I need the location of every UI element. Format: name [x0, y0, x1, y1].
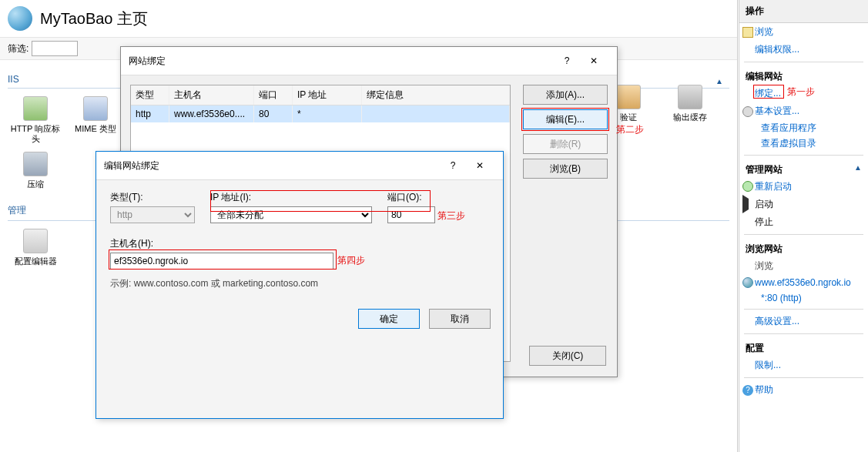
action-basic-settings[interactable]: 基本设置... — [739, 102, 868, 120]
globe-icon — [742, 277, 753, 288]
action-help[interactable]: ? 帮助 — [739, 381, 868, 399]
browse-binding-text[interactable]: *:80 (http) — [739, 290, 868, 306]
col-info[interactable]: 绑定信息 — [362, 85, 510, 105]
output-cache-icon — [678, 85, 702, 109]
action-browse[interactable]: 浏览 — [739, 23, 868, 41]
annotation-step2: 第二步 — [616, 123, 644, 136]
table-row[interactable]: http www.ef3536e0.... 80 * — [131, 105, 510, 122]
filter-label: 筛选: — [8, 42, 28, 55]
label-type: 类型(T): — [110, 191, 195, 204]
port-input[interactable] — [387, 206, 435, 223]
stop-icon — [742, 216, 753, 227]
http-headers-icon — [23, 96, 48, 121]
label-port: 端口(O): — [387, 191, 435, 204]
remove-button: 删除(R) — [523, 134, 608, 154]
help-button[interactable]: ? — [555, 55, 578, 66]
help-icon: ? — [742, 385, 753, 396]
col-host[interactable]: 主机名 — [169, 85, 254, 105]
section-browse-site: 浏览网站 — [739, 238, 868, 257]
help-button[interactable]: ? — [441, 160, 464, 171]
mime-icon — [83, 96, 108, 121]
col-ip[interactable]: IP 地址 — [293, 85, 362, 105]
gear-icon — [742, 106, 753, 117]
action-start[interactable]: 启动 — [739, 196, 868, 213]
feature-http-response-headers[interactable]: HTTP 响应标头 — [8, 96, 63, 144]
action-browse-url[interactable]: www.ef3536e0.ngrok.io — [739, 275, 868, 290]
action-bindings[interactable]: 绑定... 第一步 — [739, 85, 868, 102]
dialog-edit-binding: 编辑网站绑定 ? ✕ 类型(T): http IP 地址(I): 全部未分配 端… — [96, 151, 504, 419]
filter-input[interactable] — [32, 41, 78, 56]
restart-icon — [742, 181, 753, 192]
section-configure: 配置 — [739, 337, 868, 357]
compression-icon — [23, 152, 48, 176]
browse-site-label: 浏览 — [739, 257, 868, 275]
annotation-step1: 第一步 — [787, 85, 815, 99]
feature-compression[interactable]: 压缩 — [8, 152, 63, 189]
page-title: MyTaoBao 主页 — [40, 8, 148, 29]
annotation-step3: 第三步 — [437, 209, 465, 223]
browse-button[interactable]: 浏览(B) — [523, 159, 608, 179]
browse-icon — [742, 27, 753, 38]
example-text: 示例: www.contoso.com 或 marketing.contoso.… — [110, 277, 489, 290]
label-ip: IP 地址(I): — [210, 191, 372, 204]
action-advanced-settings[interactable]: 高级设置... — [739, 313, 868, 330]
action-view-applications[interactable]: 查看应用程序 — [739, 120, 868, 136]
annotation-step4: 第四步 — [337, 254, 365, 267]
col-type[interactable]: 类型 — [131, 85, 169, 105]
feature-config-editor[interactable]: 配置编辑器 — [8, 229, 63, 266]
section-edit-site: 编辑网站 — [739, 65, 868, 85]
action-restart[interactable]: 重新启动 — [739, 178, 868, 196]
host-input[interactable] — [110, 253, 333, 270]
close-button[interactable]: ✕ — [578, 52, 609, 70]
close-dialog-button[interactable]: 关闭(C) — [529, 346, 606, 366]
cancel-button[interactable]: 取消 — [429, 309, 491, 329]
play-icon — [742, 199, 753, 209]
feature-mime-types[interactable]: MIME 类型 — [68, 96, 123, 144]
type-select: http — [110, 206, 195, 223]
feature-output-caching[interactable]: 输出缓存 — [662, 85, 718, 122]
col-port[interactable]: 端口 — [254, 85, 293, 105]
action-view-virtual-directories[interactable]: 查看虚拟目录 — [739, 136, 868, 151]
actions-pane: 操作 浏览 编辑权限... 编辑网站 绑定... 第一步 基本设置... 查看应… — [739, 0, 868, 452]
edit-button[interactable]: 编辑(E)... — [523, 109, 608, 129]
actions-header: 操作 — [739, 0, 868, 23]
action-edit-permissions[interactable]: 编辑权限... — [739, 41, 868, 59]
action-limits[interactable]: 限制... — [739, 357, 868, 374]
config-editor-icon — [23, 229, 48, 253]
label-host: 主机名(H): — [110, 238, 153, 249]
edit-dialog-title: 编辑网站绑定 — [104, 159, 441, 172]
bindings-dialog-title: 网站绑定 — [129, 55, 555, 68]
action-stop[interactable]: 停止 — [739, 213, 868, 231]
site-icon — [8, 6, 32, 31]
ip-select[interactable]: 全部未分配 — [210, 206, 372, 223]
close-button[interactable]: ✕ — [464, 156, 495, 175]
section-manage-site: 管理网站 — [739, 159, 868, 178]
add-button[interactable]: 添加(A)... — [523, 85, 608, 105]
auth-icon — [616, 85, 641, 109]
collapse-icon[interactable]: ▲ — [854, 163, 862, 172]
ok-button[interactable]: 确定 — [358, 309, 420, 329]
